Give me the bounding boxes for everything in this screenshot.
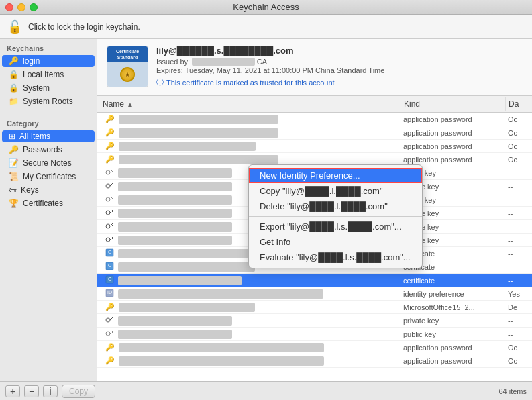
sidebar-item-passwords[interactable]: 🔑 Passwords [2, 144, 95, 156]
svg-line-2 [112, 171, 113, 172]
cell-name-text: ████████████████████████████████████ [119, 343, 324, 352]
sidebar-item-my-certificates-label: My Certificates [23, 172, 76, 181]
cell-name-text: ████████████████████████████████████ [118, 289, 323, 299]
table-row[interactable]: 🔑████████████████████████application pas… [97, 140, 532, 153]
svg-point-3 [106, 184, 110, 188]
cell-name-text: ████████████████████████ [118, 262, 255, 272]
row-icon: 🔑 [105, 142, 115, 150]
row-icon [105, 181, 114, 191]
all-items-icon: ⊞ [9, 132, 15, 141]
lock-icon[interactable]: 🔓 [7, 19, 23, 35]
svg-text:C: C [108, 277, 111, 281]
sidebar-item-system-roots[interactable]: 📁 System Roots [2, 95, 95, 107]
context-menu-item-get-info[interactable]: Get Info [249, 234, 422, 250]
cert-badge: ★ [120, 67, 135, 82]
row-icon: 🔑 [105, 128, 115, 137]
table-row[interactable]: 🔑████████████████████████████application… [97, 126, 532, 140]
svg-point-15 [106, 238, 110, 242]
col-date[interactable]: Da [505, 97, 532, 111]
cell-date: Oc [505, 128, 532, 138]
sidebar-item-system[interactable]: 🔒 System [2, 82, 95, 94]
sidebar-item-secure-notes[interactable]: 📝 Secure Notes [2, 157, 95, 169]
table-row[interactable]: 🔑████████████████████████████████████app… [97, 354, 532, 368]
sidebar-item-local-items-label: Local Items [23, 70, 64, 79]
cell-name: 🔑████████████████████████████ [97, 154, 398, 166]
context-menu-separator [249, 216, 422, 217]
sidebar-item-keys[interactable]: 🗝 Keys [2, 184, 95, 196]
sort-arrow: ▲ [127, 101, 134, 108]
add-item-button[interactable]: + [5, 385, 20, 397]
sidebar-item-certificates-label: Certificates [23, 199, 63, 208]
sidebar-item-certificates[interactable]: 🏆 Certificates [2, 197, 95, 209]
svg-point-0 [106, 170, 110, 174]
sidebar-item-local-items[interactable]: 🔒 Local Items [2, 68, 95, 81]
context-menu-item-evaluate[interactable]: Evaluate "lily@████.l.s.████.com"... [249, 250, 422, 265]
cell-name: 🔑████████████████████████████ [97, 113, 398, 126]
cell-kind: application password [398, 114, 505, 125]
certificate-panel: CertificateStandard ★ lily@██████.s.████… [97, 39, 532, 96]
row-icon [105, 168, 114, 178]
row-icon: 🔑 [105, 303, 115, 311]
cell-name-text: ████████████████████████ [119, 142, 256, 151]
issued-by-blurred: ████████████ [192, 58, 255, 66]
cell-name: ████████████████████ [97, 328, 398, 340]
svg-point-29 [106, 332, 110, 336]
context-menu-item-export[interactable]: Export "lily@████.l.s.████.com"... [249, 219, 422, 234]
context-menu: New Identity Preference...Copy "lily@███… [248, 164, 423, 268]
svg-point-26 [106, 318, 110, 322]
lockbar-text: Click to lock the login keychain. [28, 22, 140, 32]
trusted-text: This certificate is marked as trusted fo… [166, 79, 335, 87]
delete-item-button[interactable]: − [24, 385, 39, 397]
context-menu-item-delete[interactable]: Delete "lily@████.l.████.com" [249, 199, 422, 214]
sidebar-item-all-items[interactable]: ⊞ All Items [2, 130, 95, 142]
cell-name-text: ████████████████████████████ [119, 115, 278, 124]
cell-kind: public key [398, 329, 505, 340]
svg-line-14 [112, 225, 113, 226]
cell-name: 🔑████████████████████████ [97, 140, 398, 152]
maximize-button[interactable] [30, 3, 38, 11]
cell-name-text: ████████████████████ [118, 330, 232, 339]
table-row[interactable]: ████████████████████public key-- [97, 328, 532, 341]
close-button[interactable] [5, 3, 13, 11]
cell-kind: certificate [398, 275, 505, 286]
cell-name-text: lily@██████.s.████████.com [118, 276, 242, 285]
keychains-label: Keychains [0, 39, 97, 54]
sidebar-item-login[interactable]: 🔑 login [2, 55, 95, 67]
context-menu-item-copy[interactable]: Copy "lily@████.l.████.com" [249, 183, 422, 199]
row-icon [105, 235, 114, 245]
cell-name-text: ████████████████████████████ [119, 128, 278, 138]
cell-name-text: ████████████████████████████ [119, 155, 278, 164]
cell-kind: application password [398, 342, 505, 353]
cell-kind: application password [398, 154, 505, 165]
context-menu-item-new-identity[interactable]: New Identity Preference... [249, 168, 422, 183]
cert-icon: CertificateStandard ★ [107, 46, 148, 87]
cell-name: Clily@██████.s.████████.com [97, 274, 398, 287]
table-row[interactable]: Clily@██████.s.████████.comcertificate-- [97, 274, 532, 287]
cert-icon-top: CertificateStandard [107, 46, 148, 62]
sidebar-item-my-certificates[interactable]: 📜 My Certificates [2, 170, 95, 183]
table-row[interactable]: 🔑████████████████████████████application… [97, 113, 532, 126]
copy-label: Copy [69, 387, 88, 396]
info-button[interactable]: i [43, 385, 58, 397]
table-row[interactable]: ID████████████████████████████████████id… [97, 287, 532, 301]
sidebar-divider [5, 111, 91, 111]
row-icon [105, 208, 114, 218]
sidebar-item-secure-notes-label: Secure Notes [23, 158, 72, 168]
col-name[interactable]: Name ▲ [97, 97, 398, 111]
cell-date: Oc [505, 356, 532, 366]
row-icon: C [105, 262, 114, 272]
cell-name-text: ████████████████████ [118, 195, 232, 205]
category-label: Category [0, 114, 97, 130]
table-row[interactable]: ████████████████████private key-- [97, 314, 532, 328]
col-kind-label: Kind [404, 99, 420, 109]
cell-date: Oc [505, 141, 532, 152]
row-icon [105, 195, 114, 205]
table-row[interactable]: 🔑████████████████████████████████████app… [97, 341, 532, 354]
minimize-button[interactable] [17, 3, 25, 11]
table-row[interactable]: 🔑Copy "lily@████.l.████████.com"Microsof… [97, 301, 532, 314]
bottombar-left: + − i Copy [5, 385, 95, 398]
cell-name-text: ████████████████████ [118, 222, 232, 232]
sidebar-item-passwords-label: Passwords [23, 145, 62, 154]
table-header: Name ▲ Kind Da [97, 96, 532, 113]
col-kind[interactable]: Kind [398, 97, 505, 111]
